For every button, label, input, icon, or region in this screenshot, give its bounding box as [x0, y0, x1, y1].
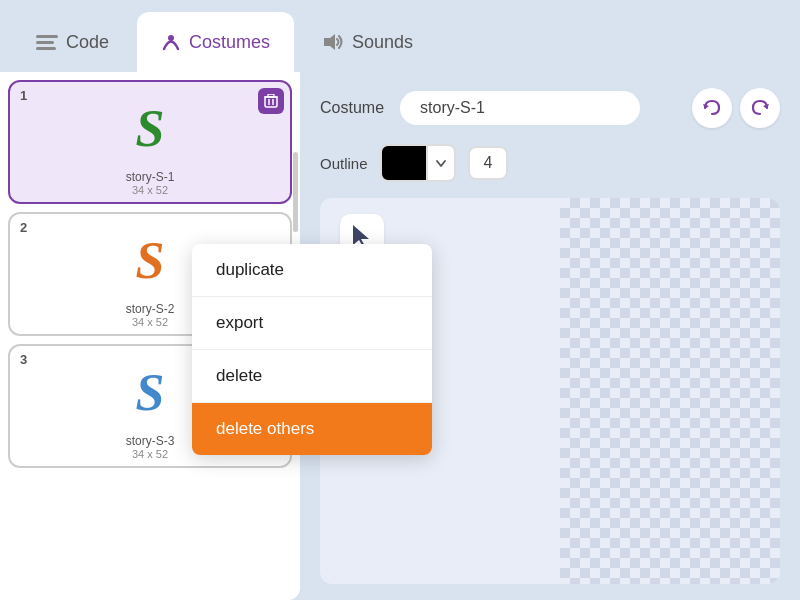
context-menu-export[interactable]: export [192, 297, 432, 350]
canvas-checkered [560, 198, 780, 584]
costume-label: Costume [320, 99, 384, 117]
tab-code-label: Code [66, 32, 109, 53]
costumes-icon [161, 32, 181, 52]
outline-label: Outline [320, 155, 368, 172]
svg-marker-4 [324, 34, 335, 50]
undo-icon [702, 99, 722, 117]
tab-bar: Code Costumes Sounds [0, 0, 800, 72]
sounds-icon [322, 32, 344, 52]
item-number-1: 1 [20, 88, 27, 103]
outline-color-box [380, 144, 428, 182]
context-menu-delete[interactable]: delete [192, 350, 432, 403]
item-size-2: 34 x 52 [132, 316, 168, 328]
tab-sounds[interactable]: Sounds [298, 12, 437, 72]
svg-rect-1 [36, 41, 54, 44]
svg-point-3 [168, 35, 174, 41]
outline-value: 4 [468, 146, 509, 180]
costume-name-input[interactable] [400, 91, 640, 125]
item-size-3: 34 x 52 [132, 448, 168, 460]
outline-dropdown-btn[interactable] [428, 144, 456, 182]
svg-rect-5 [265, 97, 277, 107]
undo-button[interactable] [692, 88, 732, 128]
tab-code[interactable]: Code [12, 12, 133, 72]
svg-rect-0 [36, 35, 58, 38]
chevron-down-icon [436, 160, 446, 167]
context-menu-duplicate[interactable]: duplicate [192, 244, 432, 297]
item-name-1: story-S-1 [126, 170, 175, 184]
item-number-2: 2 [20, 220, 27, 235]
outline-color-picker[interactable] [380, 144, 456, 182]
item-number-3: 3 [20, 352, 27, 367]
code-icon [36, 33, 58, 51]
tab-costumes-label: Costumes [189, 32, 270, 53]
item-name-3: story-S-3 [126, 434, 175, 448]
context-menu: duplicate export delete delete others [192, 244, 432, 455]
tab-sounds-label: Sounds [352, 32, 413, 53]
trash-icon-1 [264, 94, 278, 108]
undo-redo-btns [692, 88, 780, 128]
delete-button-1[interactable] [258, 88, 284, 114]
svg-rect-2 [36, 47, 56, 50]
redo-button[interactable] [740, 88, 780, 128]
redo-icon [750, 99, 770, 117]
scroll-indicator [293, 152, 298, 232]
tab-costumes[interactable]: Costumes [137, 12, 294, 72]
item-name-2: story-S-2 [126, 302, 175, 316]
context-menu-delete-others[interactable]: delete others [192, 403, 432, 455]
svg-rect-9 [268, 94, 274, 97]
costume-img-1: S [90, 88, 210, 168]
item-size-1: 34 x 52 [132, 184, 168, 196]
outline-row: Outline 4 [320, 144, 780, 182]
costume-item-1[interactable]: 1 S story-S-1 34 x 52 [8, 80, 292, 204]
costume-name-row: Costume [320, 88, 780, 128]
